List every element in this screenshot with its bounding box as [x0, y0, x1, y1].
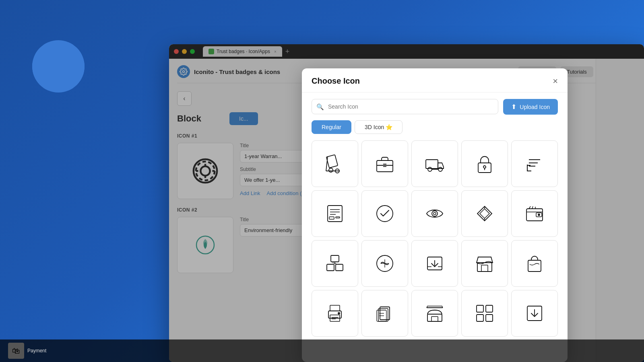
modal-title: Choose Icon — [312, 76, 360, 86]
svg-rect-47 — [327, 264, 334, 271]
icons-grid — [312, 140, 558, 337]
svg-rect-59 — [481, 265, 488, 272]
icon-cell-delivery-truck[interactable] — [411, 140, 458, 187]
svg-rect-60 — [528, 260, 541, 272]
svg-point-14 — [329, 168, 333, 172]
icon-cell-inbox[interactable] — [411, 240, 458, 287]
search-icon: 🔍 — [316, 103, 324, 111]
svg-point-38 — [377, 206, 393, 222]
taskbar-item-1[interactable]: 🛍 Payment — [8, 343, 46, 359]
svg-point-27 — [483, 166, 486, 168]
icon-cell-arrow-down-box[interactable] — [511, 290, 558, 337]
icon-cell-grid[interactable] — [461, 290, 508, 337]
taskbar-label-1: Payment — [27, 348, 46, 354]
icon-cell-hand-truck[interactable] — [312, 140, 358, 187]
svg-rect-18 — [377, 160, 393, 172]
svg-rect-13 — [326, 155, 338, 168]
choose-icon-modal: Choose Icon × 🔍 ⬆ Upload Icon — [302, 68, 568, 362]
icon-cell-file-stack[interactable] — [361, 290, 408, 337]
icon-cell-store[interactable] — [411, 290, 458, 337]
icon-cell-wallet[interactable] — [511, 190, 558, 237]
svg-rect-36 — [329, 217, 334, 219]
search-input-wrap: 🔍 — [312, 99, 498, 115]
svg-point-24 — [438, 167, 442, 171]
icon-cell-document[interactable] — [312, 190, 358, 237]
svg-rect-26 — [478, 163, 491, 173]
svg-rect-22 — [426, 160, 438, 169]
modal-header: Choose Icon × — [302, 68, 568, 93]
svg-rect-77 — [486, 315, 493, 321]
icon-cell-price-tag[interactable] — [461, 190, 508, 237]
svg-point-2 — [48, 71, 52, 75]
svg-rect-75 — [486, 305, 493, 312]
svg-rect-4 — [49, 59, 57, 64]
svg-rect-74 — [477, 305, 483, 312]
svg-point-66 — [338, 313, 340, 314]
taskbar-thumb-1: 🛍 — [8, 343, 24, 359]
svg-rect-72 — [427, 314, 442, 321]
svg-rect-61 — [328, 311, 341, 318]
svg-rect-73 — [431, 317, 438, 321]
svg-rect-76 — [477, 315, 483, 321]
svg-point-39 — [432, 211, 438, 216]
svg-rect-6 — [66, 68, 70, 69]
svg-point-23 — [428, 167, 432, 171]
svg-rect-0 — [46, 62, 64, 72]
icon-type-tabs: Regular 3D Icon ⭐ — [312, 120, 558, 134]
icon-cell-eye[interactable] — [411, 190, 458, 237]
svg-point-40 — [433, 212, 436, 215]
search-upload-row: 🔍 ⬆ Upload Icon — [312, 99, 558, 115]
svg-point-8 — [64, 57, 71, 64]
svg-rect-46 — [331, 255, 339, 262]
modal-close-btn[interactable]: × — [553, 77, 558, 86]
modal-body: 🔍 ⬆ Upload Icon Regular 3D Icon ⭐ — [302, 93, 568, 357]
svg-rect-48 — [336, 264, 343, 271]
icon-cell-padlock[interactable] — [461, 140, 508, 187]
svg-rect-43 — [526, 209, 543, 221]
browser-window: Trust badges · Icon/Apps × + Iconito - T… — [169, 44, 644, 362]
icon-cell-basket[interactable] — [361, 240, 408, 287]
icon-cell-briefcase[interactable] — [361, 140, 408, 187]
tab-3d[interactable]: 3D Icon ⭐ — [355, 120, 402, 134]
bottom-taskbar: 🛍 Payment — [0, 339, 644, 362]
svg-rect-1 — [45, 66, 48, 70]
tab-regular[interactable]: Regular — [312, 120, 351, 134]
upload-icon-btn[interactable]: ⬆ Upload Icon — [503, 99, 558, 115]
background-badge — [32, 40, 85, 93]
icon-cell-storefront[interactable] — [461, 240, 508, 287]
svg-rect-37 — [336, 217, 340, 218]
svg-rect-5 — [66, 66, 71, 67]
svg-rect-62 — [330, 305, 340, 311]
icon-cell-boxes[interactable] — [312, 240, 358, 287]
upload-btn-label: Upload Icon — [520, 104, 550, 110]
icon-cell-shopping-bag[interactable] — [511, 240, 558, 287]
icon-cell-checkmark[interactable] — [361, 190, 408, 237]
svg-point-3 — [59, 71, 63, 75]
upload-icon: ⬆ — [511, 103, 516, 111]
svg-rect-7 — [66, 70, 69, 72]
icon-cell-printer[interactable] — [312, 290, 358, 337]
svg-point-45 — [538, 214, 540, 216]
modal-overlay: Choose Icon × 🔍 ⬆ Upload Icon — [169, 44, 644, 362]
icon-cell-sort-list[interactable] — [511, 140, 558, 187]
search-input[interactable] — [312, 99, 498, 114]
